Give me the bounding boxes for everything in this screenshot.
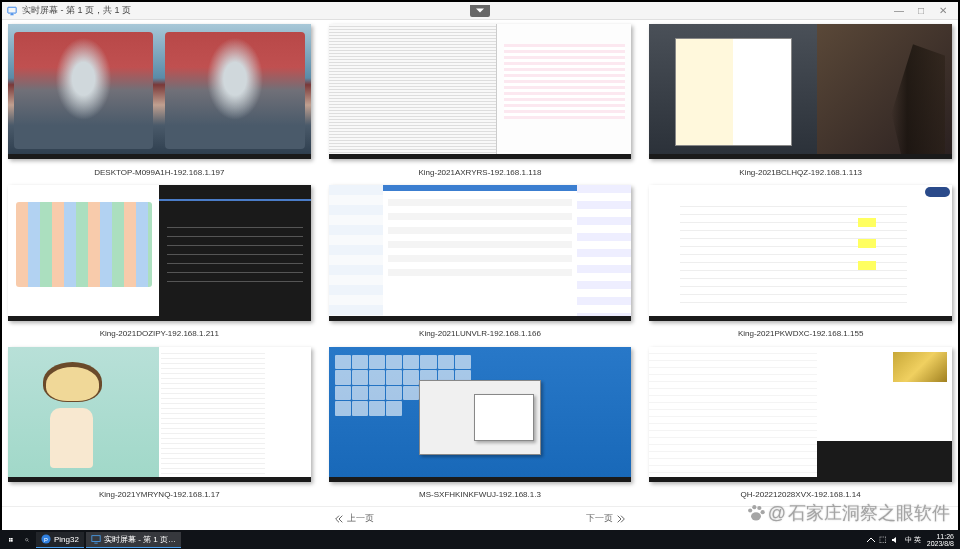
search-icon [25, 535, 29, 545]
system-tray[interactable]: ⬚ [867, 536, 899, 544]
screen-cell: King-2021BCLHQZ-192.168.1.113 [649, 24, 952, 183]
screen-thumbnail[interactable] [649, 24, 952, 159]
svg-rect-8 [9, 540, 11, 542]
watermark: @ 石家庄洞察之眼软件 [746, 501, 950, 525]
taskbar-app-ping32[interactable]: P Ping32 [36, 532, 84, 548]
taskbar-date: 2023/8/8 [927, 540, 954, 547]
taskbar-time: 11:26 [936, 533, 954, 540]
taskbar-search[interactable] [20, 532, 34, 548]
os-taskbar: P Ping32 实时屏幕 - 第 1 页… ⬚ 中 英 11:26 2023/… [0, 530, 960, 549]
screen-caption: King-2021YMRYNQ-192.168.1.17 [8, 484, 311, 506]
screen-caption: King-2021AXRYRS-192.168.1.118 [329, 161, 632, 183]
screen-thumbnail[interactable] [8, 347, 311, 482]
next-page-label: 下一页 [586, 512, 613, 525]
taskbar-app-label: 实时屏幕 - 第 1 页… [104, 534, 176, 545]
content-area: DESKTOP-M099A1H-192.168.1.197 King-2021A… [2, 20, 958, 506]
svg-line-11 [28, 540, 29, 541]
screen-cell: MS-SXFHKINKFWUJ-192.168.1.3 [329, 347, 632, 506]
screen-cell: King-2021YMRYNQ-192.168.1.17 [8, 347, 311, 506]
screen-thumbnail[interactable] [649, 347, 952, 482]
taskbar-clock[interactable]: 11:26 2023/8/8 [927, 533, 954, 547]
svg-point-3 [757, 506, 761, 510]
app-window: 实时屏幕 - 第 1 页，共 1 页 — □ ✕ DESKTOP-M099A1H… [2, 2, 958, 530]
title-bar: 实时屏幕 - 第 1 页，共 1 页 — □ ✕ [2, 2, 958, 20]
taskbar-app-label: Ping32 [54, 535, 79, 544]
taskbar-tray-area: ⬚ 中 英 11:26 2023/8/8 [867, 533, 960, 547]
maximize-button[interactable]: □ [914, 5, 928, 16]
screen-thumbnail[interactable] [329, 24, 632, 159]
screen-cell: King-2021LUNVLR-192.168.1.166 [329, 185, 632, 344]
screen-thumbnail[interactable] [8, 185, 311, 320]
screen-cell: King-2021DOZIPY-192.168.1.211 [8, 185, 311, 344]
screen-thumbnail[interactable] [329, 185, 632, 320]
screen-grid: DESKTOP-M099A1H-192.168.1.197 King-2021A… [8, 24, 952, 506]
taskbar-app-realtime-screen[interactable]: 实时屏幕 - 第 1 页… [86, 532, 181, 548]
screen-caption: MS-SXFHKINKFWUJ-192.168.1.3 [329, 484, 632, 506]
svg-rect-7 [11, 538, 13, 540]
svg-text:P: P [44, 537, 48, 543]
title-dropdown-button[interactable] [470, 5, 490, 17]
monitor-icon [6, 6, 18, 16]
chevron-left-double-icon [335, 515, 343, 523]
paw-icon [746, 503, 766, 523]
start-button[interactable] [4, 532, 18, 548]
svg-rect-9 [11, 540, 13, 542]
svg-point-10 [26, 538, 28, 540]
prev-page-button[interactable]: 上一页 [329, 511, 380, 526]
watermark-at: @ [768, 503, 786, 524]
minimize-button[interactable]: — [892, 5, 906, 16]
volume-icon [891, 536, 899, 544]
svg-rect-0 [8, 7, 16, 13]
chevron-right-double-icon [617, 515, 625, 523]
screen-caption: DESKTOP-M099A1H-192.168.1.197 [8, 161, 311, 183]
screen-thumbnail[interactable] [649, 185, 952, 320]
chevron-down-icon [476, 8, 484, 14]
network-icon: ⬚ [879, 536, 887, 544]
ime-indicator[interactable]: 中 英 [905, 536, 921, 543]
screen-caption: King-2021BCLHQZ-192.168.1.113 [649, 161, 952, 183]
watermark-text: 石家庄洞察之眼软件 [788, 501, 950, 525]
window-title: 实时屏幕 - 第 1 页，共 1 页 [22, 4, 131, 17]
svg-rect-6 [9, 538, 11, 540]
screen-thumbnail[interactable] [8, 24, 311, 159]
screen-cell: DESKTOP-M099A1H-192.168.1.197 [8, 24, 311, 183]
window-controls: — □ ✕ [892, 5, 958, 16]
windows-icon [9, 535, 13, 545]
close-button[interactable]: ✕ [936, 5, 950, 16]
screen-caption: King-2021DOZIPY-192.168.1.211 [8, 323, 311, 345]
prev-page-label: 上一页 [347, 512, 374, 525]
screen-cell: QH-202212028XVX-192.168.1.14 [649, 347, 952, 506]
svg-rect-14 [92, 536, 100, 542]
screen-caption: King-2021PKWDXC-192.168.1.155 [649, 323, 952, 345]
next-page-button[interactable]: 下一页 [580, 511, 631, 526]
screen-thumbnail[interactable] [329, 347, 632, 482]
screen-cell: King-2021PKWDXC-192.168.1.155 [649, 185, 952, 344]
monitor-icon [91, 534, 101, 544]
svg-point-5 [751, 512, 761, 520]
screen-caption: King-2021LUNVLR-192.168.1.166 [329, 323, 632, 345]
chevron-up-icon [867, 536, 875, 544]
svg-point-4 [760, 510, 764, 514]
svg-point-1 [748, 508, 752, 512]
screen-cell: King-2021AXRYRS-192.168.1.118 [329, 24, 632, 183]
ping32-icon: P [41, 534, 51, 544]
svg-point-2 [752, 505, 756, 509]
